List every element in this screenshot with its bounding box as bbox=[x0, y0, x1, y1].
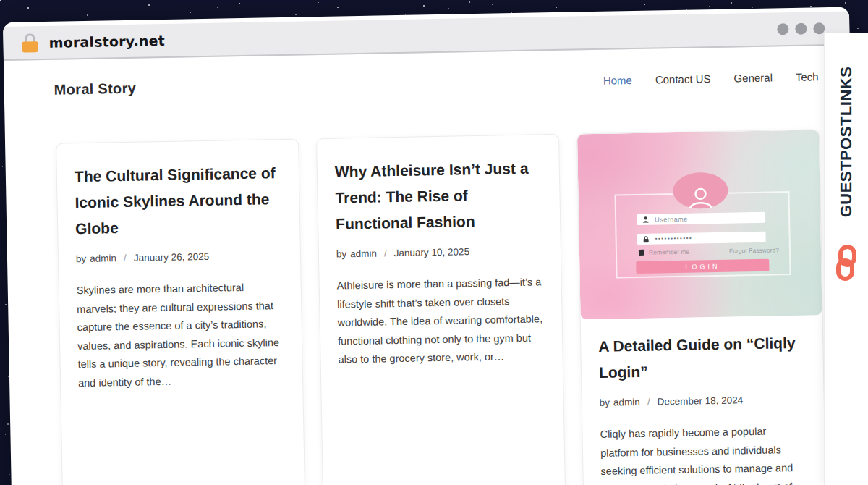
byline-prefix: by bbox=[600, 397, 610, 408]
post-card: The Cultural Significance of Iconic Skyl… bbox=[56, 139, 306, 485]
lock-icon bbox=[22, 33, 38, 52]
nav-link-general[interactable]: General bbox=[733, 72, 773, 85]
post-date: January 26, 2025 bbox=[134, 251, 210, 263]
forgot-password-link: Forgot Password? bbox=[729, 246, 779, 254]
post-title-link[interactable]: A Detailed Guide on “Cliqly Login” bbox=[598, 330, 806, 386]
remember-label: Remember me bbox=[649, 248, 689, 256]
meta-separator: / bbox=[647, 397, 650, 408]
person-icon bbox=[685, 187, 716, 209]
post-date: January 10, 2025 bbox=[394, 246, 470, 258]
author-link[interactable]: admin bbox=[613, 397, 640, 408]
post-meta: by admin / January 26, 2025 bbox=[76, 250, 283, 264]
post-title-link[interactable]: The Cultural Significance of Iconic Skyl… bbox=[75, 160, 283, 242]
lock-glyph-icon bbox=[643, 235, 650, 242]
post-title-link[interactable]: Why Athleisure Isn’t Just a Trend: The R… bbox=[335, 155, 543, 237]
byline-prefix: by bbox=[76, 253, 87, 264]
meta-separator: / bbox=[384, 248, 387, 258]
nav-link-home[interactable]: Home bbox=[603, 74, 632, 87]
post-excerpt: Skylines are more than architectural mar… bbox=[77, 278, 286, 392]
window-control-dot[interactable] bbox=[795, 22, 807, 34]
meta-separator: / bbox=[124, 253, 127, 263]
post-excerpt: Athleisure is more than a passing fad—it… bbox=[337, 273, 545, 369]
byline-prefix: by bbox=[336, 248, 347, 259]
main-navigation: Home Contact US General Tech bbox=[603, 70, 819, 86]
featured-image-cliqly-login[interactable]: Username •••••••••••• Remember me Forgot… bbox=[577, 130, 822, 319]
user-glyph-icon bbox=[642, 216, 649, 223]
post-meta: by admin / January 10, 2025 bbox=[336, 245, 543, 259]
remember-checkbox bbox=[639, 250, 644, 256]
window-control-dot[interactable] bbox=[777, 23, 788, 35]
guestpostlinks-watermark: GUESTPOSTLINKS bbox=[825, 33, 868, 485]
post-card: Username •••••••••••• Remember me Forgot… bbox=[576, 129, 827, 485]
username-placeholder: Username bbox=[655, 215, 688, 223]
post-meta: by admin / December 18, 2024 bbox=[600, 394, 807, 408]
site-logo[interactable]: Moral Story bbox=[54, 80, 137, 98]
nav-link-contact-us[interactable]: Contact US bbox=[655, 72, 711, 85]
nav-link-tech[interactable]: Tech bbox=[796, 70, 819, 83]
window-control-dot[interactable] bbox=[813, 22, 825, 34]
mockup-login-button: LOGIN bbox=[636, 259, 769, 274]
post-card: Why Athleisure Isn’t Just a Trend: The R… bbox=[316, 134, 566, 485]
guestpostlinks-label: GUESTPOSTLINKS bbox=[837, 67, 856, 218]
post-date: December 18, 2024 bbox=[657, 395, 743, 407]
url-text[interactable]: moralstory.net bbox=[48, 32, 165, 50]
author-link[interactable]: admin bbox=[350, 248, 377, 260]
password-mask: •••••••••••• bbox=[655, 235, 693, 242]
post-excerpt: Cliqly has rapidly become a popular plat… bbox=[600, 422, 808, 485]
browser-window: moralstory.net Moral Story Home Contact … bbox=[3, 7, 859, 485]
author-link[interactable]: admin bbox=[90, 253, 116, 264]
window-controls bbox=[777, 22, 825, 35]
post-list: The Cultural Significance of Iconic Skyl… bbox=[56, 129, 827, 485]
chain-link-icon bbox=[834, 245, 859, 281]
